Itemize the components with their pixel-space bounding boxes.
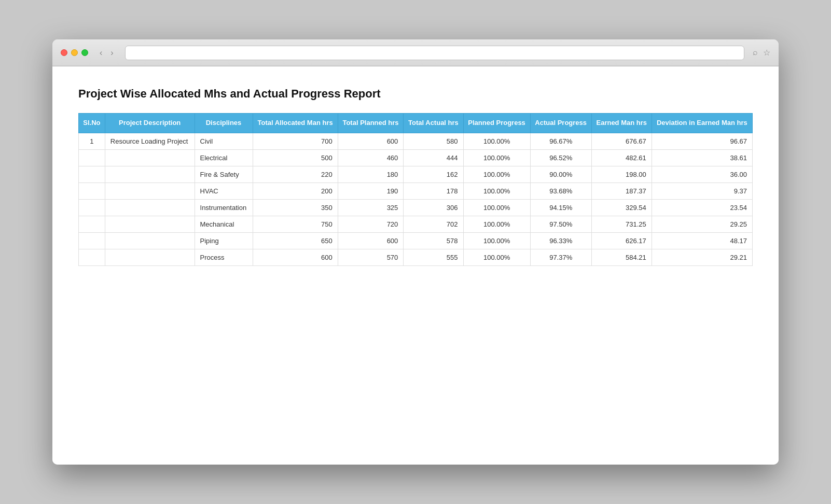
table-cell: 100.00% — [463, 133, 530, 149]
table-cell: 482.61 — [591, 149, 652, 166]
table-cell — [79, 166, 105, 183]
table-cell: 100.00% — [463, 216, 530, 232]
table-cell: 220 — [253, 166, 338, 183]
bookmark-icon[interactable]: ☆ — [763, 48, 770, 58]
table-cell — [79, 183, 105, 199]
table-cell: 97.37% — [530, 249, 591, 265]
maximize-button[interactable] — [81, 49, 88, 56]
table-cell — [79, 149, 105, 166]
table-cell: 187.37 — [591, 183, 652, 199]
col-header-actual-progress: Actual Progress — [530, 114, 591, 133]
browser-icons: ⌕ ☆ — [753, 48, 770, 58]
table-cell: Process — [195, 249, 253, 265]
table-cell: 600 — [338, 133, 404, 149]
browser-window: ‹ › ⌕ ☆ Project Wise Allocated Mhs and A… — [52, 39, 779, 465]
table-row: HVAC200190178100.00%93.68%187.379.37 — [79, 183, 753, 199]
col-header-earned-man-hrs: Earned Man hrs — [591, 114, 652, 133]
table-cell: 96.67 — [652, 133, 752, 149]
back-button[interactable]: ‹ — [96, 47, 105, 59]
table-cell: 460 — [338, 149, 404, 166]
table-cell: 178 — [404, 183, 463, 199]
table-cell: 731.25 — [591, 216, 652, 232]
report-table: Sl.No Project Description Disciplines To… — [78, 113, 753, 266]
table-cell: 444 — [404, 149, 463, 166]
col-header-total-allocated: Total Allocated Man hrs — [253, 114, 338, 133]
col-header-deviation: Deviation in Earned Man hrs — [652, 114, 752, 133]
table-cell — [79, 216, 105, 232]
table-cell: 96.67% — [530, 133, 591, 149]
col-header-total-actual: Total Actual hrs — [404, 114, 463, 133]
table-cell: 702 — [404, 216, 463, 232]
browser-titlebar: ‹ › ⌕ ☆ — [52, 39, 779, 66]
table-cell — [79, 249, 105, 265]
table-cell: 200 — [253, 183, 338, 199]
table-cell: 100.00% — [463, 183, 530, 199]
table-cell — [79, 232, 105, 249]
close-button[interactable] — [61, 49, 67, 56]
table-cell: 36.00 — [652, 166, 752, 183]
table-cell: 500 — [253, 149, 338, 166]
table-cell: 580 — [404, 133, 463, 149]
table-row: Piping650600578100.00%96.33%626.1748.17 — [79, 232, 753, 249]
table-cell: 96.33% — [530, 232, 591, 249]
report-title: Project Wise Allocated Mhs and Actual Pr… — [78, 87, 753, 101]
table-cell: Civil — [195, 133, 253, 149]
table-cell: 94.15% — [530, 199, 591, 216]
table-cell: 38.61 — [652, 149, 752, 166]
table-cell: 48.17 — [652, 232, 752, 249]
minimize-button[interactable] — [71, 49, 78, 56]
table-cell — [105, 216, 195, 232]
table-row: Electrical500460444100.00%96.52%482.6138… — [79, 149, 753, 166]
table-cell: 350 — [253, 199, 338, 216]
table-cell: Fire & Safety — [195, 166, 253, 183]
table-cell: 584.21 — [591, 249, 652, 265]
col-header-project-desc: Project Description — [105, 114, 195, 133]
table-cell: 570 — [338, 249, 404, 265]
table-cell — [105, 166, 195, 183]
table-cell: 676.67 — [591, 133, 652, 149]
table-cell — [105, 232, 195, 249]
table-cell: Instrumentation — [195, 199, 253, 216]
traffic-lights — [61, 49, 88, 56]
table-cell: 750 — [253, 216, 338, 232]
table-cell: 700 — [253, 133, 338, 149]
table-cell: 720 — [338, 216, 404, 232]
table-row: Fire & Safety220180162100.00%90.00%198.0… — [79, 166, 753, 183]
search-icon[interactable]: ⌕ — [753, 48, 758, 58]
nav-buttons: ‹ › — [96, 47, 117, 59]
table-cell: 93.68% — [530, 183, 591, 199]
table-cell: 23.54 — [652, 199, 752, 216]
table-row: Mechanical750720702100.00%97.50%731.2529… — [79, 216, 753, 232]
table-cell: 100.00% — [463, 149, 530, 166]
table-cell: 97.50% — [530, 216, 591, 232]
table-cell: 100.00% — [463, 199, 530, 216]
table-cell — [105, 249, 195, 265]
table-cell: Resource Loading Project — [105, 133, 195, 149]
table-cell: 600 — [338, 232, 404, 249]
table-cell: 325 — [338, 199, 404, 216]
table-cell — [105, 199, 195, 216]
table-cell: HVAC — [195, 183, 253, 199]
table-row: 1Resource Loading ProjectCivil7006005801… — [79, 133, 753, 149]
table-cell: 100.00% — [463, 166, 530, 183]
table-cell: 162 — [404, 166, 463, 183]
table-cell: 29.21 — [652, 249, 752, 265]
table-cell: 96.52% — [530, 149, 591, 166]
table-cell: 9.37 — [652, 183, 752, 199]
table-cell: 626.17 — [591, 232, 652, 249]
table-cell: 190 — [338, 183, 404, 199]
table-header-row: Sl.No Project Description Disciplines To… — [79, 114, 753, 133]
col-header-planned-progress: Planned Progress — [463, 114, 530, 133]
table-cell: 100.00% — [463, 232, 530, 249]
col-header-slno: Sl.No — [79, 114, 105, 133]
url-bar[interactable] — [125, 46, 744, 60]
table-cell: 555 — [404, 249, 463, 265]
table-cell: 180 — [338, 166, 404, 183]
table-cell: 198.00 — [591, 166, 652, 183]
table-cell: 29.25 — [652, 216, 752, 232]
table-cell: 306 — [404, 199, 463, 216]
table-cell — [105, 183, 195, 199]
forward-button[interactable]: › — [107, 47, 116, 59]
table-cell: 100.00% — [463, 249, 530, 265]
browser-content: Project Wise Allocated Mhs and Actual Pr… — [52, 66, 779, 465]
